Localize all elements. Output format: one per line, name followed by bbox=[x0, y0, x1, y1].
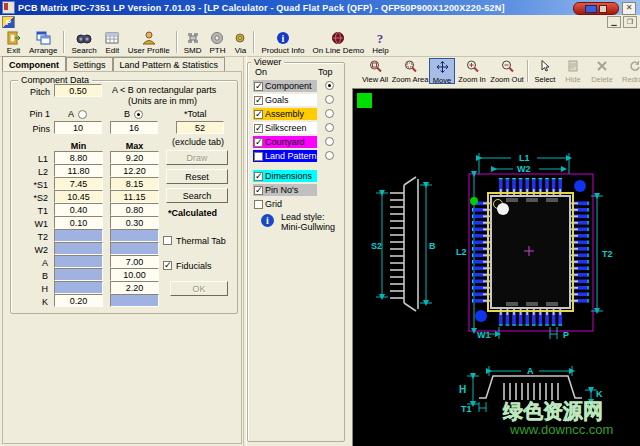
b-max-input[interactable] bbox=[110, 268, 159, 281]
assembly-top-radio[interactable] bbox=[325, 109, 334, 118]
mdi-restore-button[interactable]: ❐ bbox=[623, 16, 637, 28]
land-pattern-top-radio[interactable] bbox=[325, 151, 334, 160]
watermark-url: www.downcc.com bbox=[509, 422, 613, 437]
land-pattern-checkbox[interactable] bbox=[254, 152, 263, 161]
search-dims-button[interactable]: Search bbox=[166, 188, 228, 203]
pin-numbers-checkbox[interactable] bbox=[254, 186, 263, 195]
courtyard-checkbox[interactable] bbox=[254, 138, 263, 147]
menu-row: P ▁ ❐ bbox=[0, 15, 640, 29]
b-min-input bbox=[54, 268, 103, 281]
arrange-button[interactable]: Arrange bbox=[25, 28, 61, 56]
via-button[interactable]: Via bbox=[229, 28, 251, 56]
s2-min-input[interactable] bbox=[54, 190, 103, 203]
lead-style-info-icon: i bbox=[261, 214, 274, 227]
row-label-s2: *S2 bbox=[14, 193, 48, 203]
h-max-input[interactable] bbox=[110, 281, 159, 294]
s1-min-input[interactable] bbox=[54, 177, 103, 190]
silkscreen-top-radio[interactable] bbox=[325, 123, 334, 132]
silkscreen-checkbox[interactable] bbox=[254, 124, 263, 133]
fiducials-checkbox[interactable] bbox=[163, 261, 172, 270]
t2-min-input bbox=[54, 229, 103, 242]
grid-checkbox[interactable] bbox=[254, 200, 263, 209]
s1-max-input[interactable] bbox=[110, 177, 159, 190]
viewer-canvas[interactable]: S2 B L1 W2 L2 T2 bbox=[352, 88, 640, 446]
layer-silkscreen[interactable]: Silkscreen bbox=[253, 122, 317, 134]
smd-footprint-icon bbox=[186, 31, 200, 45]
select-button[interactable]: Select bbox=[531, 58, 559, 84]
layer-courtyard[interactable]: Courtyard bbox=[253, 136, 317, 148]
mdi-minimize-button[interactable]: ▁ bbox=[607, 16, 621, 28]
w1-max-input[interactable] bbox=[110, 216, 159, 229]
redraw-icon bbox=[629, 60, 640, 74]
reset-button[interactable]: Reset bbox=[166, 169, 228, 184]
t1-min-input[interactable] bbox=[54, 203, 103, 216]
pins-b-input[interactable] bbox=[110, 121, 158, 134]
help-button[interactable]: ? Help bbox=[368, 28, 392, 56]
window-skin-controls[interactable] bbox=[573, 2, 619, 15]
view-all-button[interactable]: View All bbox=[358, 58, 392, 84]
pin1-b-radio[interactable] bbox=[134, 110, 143, 119]
w2-min-input bbox=[54, 242, 103, 255]
exit-button[interactable]: Exit bbox=[2, 28, 25, 56]
a-max-input[interactable] bbox=[110, 255, 159, 268]
fiducial-bottom-left bbox=[475, 310, 487, 322]
component-top-radio[interactable] bbox=[325, 81, 334, 90]
close-button[interactable]: ✕ bbox=[622, 2, 636, 15]
pth-button[interactable]: PTH bbox=[205, 28, 229, 56]
search-button[interactable]: Search bbox=[67, 28, 100, 56]
l2-min-input[interactable] bbox=[54, 164, 103, 177]
units-note: (Units are in mm) bbox=[128, 96, 197, 106]
zoom-out-button[interactable]: Zoom Out bbox=[489, 58, 525, 84]
s2-max-input[interactable] bbox=[110, 190, 159, 203]
w1-p-dims bbox=[489, 327, 557, 339]
pins-a-input[interactable] bbox=[54, 121, 102, 134]
user-profile-button[interactable]: User Profile bbox=[124, 28, 174, 56]
w1-min-input[interactable] bbox=[54, 216, 103, 229]
t1-max-input[interactable] bbox=[110, 203, 159, 216]
cascade-windows-icon bbox=[36, 31, 51, 45]
rect-parts-note: A < B on rectangular parts bbox=[112, 85, 216, 95]
pins-total-input[interactable] bbox=[176, 121, 224, 134]
product-info-button[interactable]: i Product Info bbox=[257, 28, 308, 56]
via-icon bbox=[233, 31, 247, 45]
courtyard-top-radio[interactable] bbox=[325, 137, 334, 146]
row-label-s1: *S1 bbox=[14, 180, 48, 190]
component-checkbox[interactable] bbox=[254, 82, 263, 91]
move-button[interactable]: Move bbox=[429, 58, 455, 84]
k-dim-label: K bbox=[596, 389, 603, 399]
l1-max-input[interactable] bbox=[110, 151, 159, 164]
layer-component[interactable]: Component bbox=[253, 80, 317, 92]
layer-assembly[interactable]: Assembly bbox=[253, 108, 317, 120]
hide-icon bbox=[567, 60, 579, 74]
pin1-b-label: B bbox=[124, 109, 130, 119]
l1-min-input[interactable] bbox=[54, 151, 103, 164]
pitch-input[interactable] bbox=[54, 84, 102, 97]
bottom-profile bbox=[479, 376, 582, 400]
layer-dimensions[interactable]: Dimensions bbox=[253, 170, 317, 182]
goals-top-radio[interactable] bbox=[325, 95, 334, 104]
l2-max-input[interactable] bbox=[110, 164, 159, 177]
layer-grid[interactable]: Grid bbox=[253, 198, 317, 210]
pin1-a-radio[interactable] bbox=[78, 110, 87, 119]
zoom-in-button[interactable]: Zoom In bbox=[456, 58, 488, 84]
thermal-tab-checkbox[interactable] bbox=[163, 236, 172, 245]
a-min-input bbox=[54, 255, 103, 268]
assembly-checkbox[interactable] bbox=[254, 110, 263, 119]
k-min-input[interactable] bbox=[54, 294, 103, 307]
person-icon bbox=[142, 31, 156, 45]
layer-pin-numbers[interactable]: Pin No's bbox=[253, 184, 317, 196]
zoom-area-button[interactable]: Zoom Area bbox=[392, 58, 428, 84]
main-toolbar: Exit Arrange Search Edit User Profile SM… bbox=[0, 28, 640, 57]
edit-button[interactable]: Edit bbox=[101, 28, 124, 56]
redraw-button: Redraw bbox=[618, 58, 640, 84]
maximize-icon[interactable] bbox=[599, 5, 607, 13]
info-circle-icon: i bbox=[276, 31, 290, 45]
dimensions-checkbox[interactable] bbox=[254, 172, 263, 181]
online-demo-button[interactable]: On Line Demo bbox=[309, 28, 369, 56]
layer-land-pattern[interactable]: Land Pattern bbox=[253, 150, 317, 162]
minimize-icon[interactable] bbox=[585, 5, 597, 13]
goals-checkbox[interactable] bbox=[254, 96, 263, 105]
smd-button[interactable]: SMD bbox=[180, 28, 206, 56]
exit-door-icon bbox=[6, 31, 21, 45]
layer-goals[interactable]: Goals bbox=[253, 94, 317, 106]
